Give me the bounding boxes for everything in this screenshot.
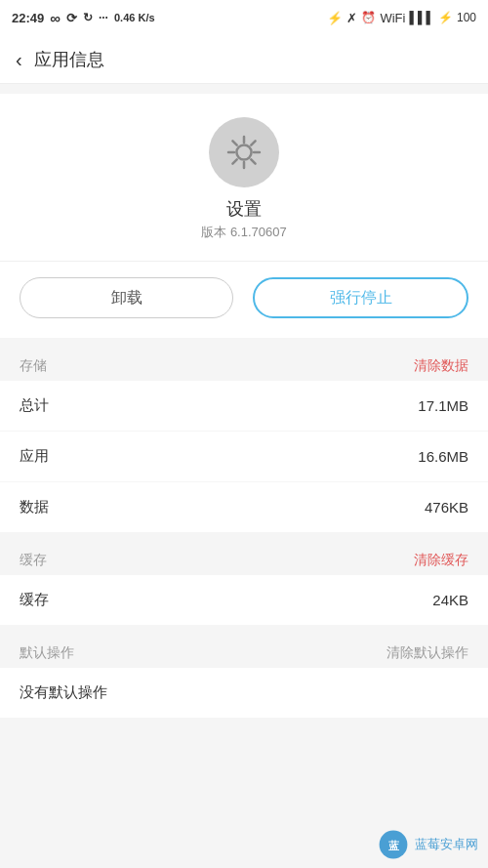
storage-value-total: 17.1MB — [418, 397, 468, 414]
svg-point-0 — [236, 145, 251, 159]
default-header: 默认操作 清除默认操作 — [0, 635, 488, 668]
storage-value-app: 16.6MB — [418, 448, 468, 465]
speed-display: 0.46 K/s — [114, 12, 155, 23]
watermark: 蓝 蓝莓安卓网 — [378, 829, 478, 860]
storage-label-data: 数据 — [20, 498, 49, 517]
storage-row-total: 总计 17.1MB — [0, 381, 488, 432]
dots-icon: ··· — [99, 11, 108, 24]
status-icons: ⚡ ✗ ⏰ WiFi ▌▌▌ ⚡ 100 — [327, 11, 476, 25]
clear-data-button[interactable]: 清除数据 — [414, 357, 468, 375]
svg-line-7 — [251, 141, 255, 145]
app-name: 设置 — [201, 197, 286, 221]
storage-content: 总计 17.1MB 应用 16.6MB 数据 476KB — [0, 381, 488, 532]
charging-icon: ⚡ — [438, 11, 453, 24]
app-version: 版本 6.1.70607 — [201, 224, 286, 241]
storage-section: 存储 清除数据 总计 17.1MB 应用 16.6MB 数据 476KB — [0, 348, 488, 532]
app-icon-container — [209, 117, 279, 187]
battery-display: 100 — [457, 11, 476, 24]
force-stop-button[interactable]: 强行停止 — [253, 277, 468, 318]
default-title: 默认操作 — [20, 644, 74, 662]
status-time: 22:49 ∞ ⟳ ↻ ··· 0.46 K/s — [12, 10, 155, 26]
cache-header: 缓存 清除缓存 — [0, 542, 488, 575]
alarm-icon: ⏰ — [361, 11, 376, 24]
no-sim-icon: ✗ — [346, 11, 357, 25]
storage-value-data: 476KB — [425, 499, 468, 516]
clear-cache-button[interactable]: 清除缓存 — [414, 552, 468, 569]
storage-label-app: 应用 — [20, 447, 49, 466]
top-nav: ‹ 应用信息 — [0, 35, 488, 84]
watermark-logo-icon: 蓝 — [378, 829, 409, 860]
cache-title: 缓存 — [20, 552, 47, 569]
cache-label: 缓存 — [20, 591, 49, 609]
wifi-icon: WiFi — [380, 11, 405, 25]
app-info-card: 设置 版本 6.1.70607 — [0, 94, 488, 261]
time-display: 22:49 — [12, 11, 44, 25]
storage-title: 存储 — [20, 357, 47, 375]
action-buttons: 卸载 强行停止 — [0, 261, 488, 338]
app-name-area: 设置 版本 6.1.70607 — [201, 197, 286, 241]
svg-line-6 — [251, 159, 255, 163]
cache-row: 缓存 24KB — [0, 575, 488, 625]
svg-line-8 — [232, 159, 236, 163]
default-content: 没有默认操作 — [0, 668, 488, 718]
default-text: 没有默认操作 — [20, 683, 107, 700]
loop-icon: ⟳ — [66, 11, 77, 25]
storage-label-total: 总计 — [20, 396, 49, 415]
cache-value: 24KB — [432, 592, 468, 608]
storage-row-app: 应用 16.6MB — [0, 432, 488, 482]
watermark-label: 蓝莓安卓网 — [415, 836, 478, 853]
cache-section: 缓存 清除缓存 缓存 24KB — [0, 542, 488, 625]
storage-header: 存储 清除数据 — [0, 348, 488, 381]
settings-icon — [224, 132, 264, 173]
uninstall-button[interactable]: 卸载 — [20, 277, 233, 318]
infinity-icon: ∞ — [50, 10, 61, 26]
svg-text:蓝: 蓝 — [388, 840, 399, 851]
default-section: 默认操作 清除默认操作 没有默认操作 — [0, 635, 488, 718]
signal-icon: ▌▌▌ — [409, 11, 434, 24]
refresh-icon: ↻ — [83, 11, 93, 24]
clear-default-button[interactable]: 清除默认操作 — [386, 644, 468, 662]
svg-line-5 — [232, 141, 236, 145]
app-icon — [209, 117, 279, 187]
storage-row-data: 数据 476KB — [0, 482, 488, 532]
back-button[interactable]: ‹ — [16, 50, 22, 69]
cache-content: 缓存 24KB — [0, 575, 488, 625]
status-bar: 22:49 ∞ ⟳ ↻ ··· 0.46 K/s ⚡ ✗ ⏰ WiFi ▌▌▌ … — [0, 0, 488, 35]
page-title: 应用信息 — [34, 48, 104, 71]
bluetooth-icon: ⚡ — [327, 11, 343, 25]
